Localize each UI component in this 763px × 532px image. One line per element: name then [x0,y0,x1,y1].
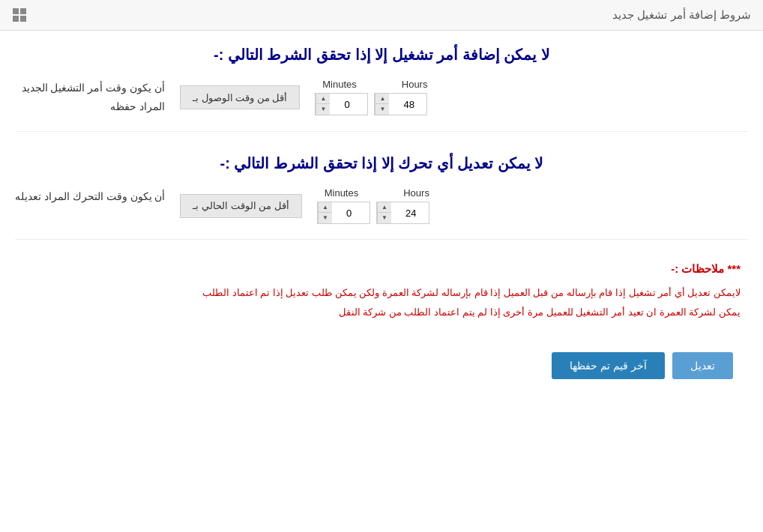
section2-minutes-up-button[interactable]: ▲ [319,202,332,213]
notes-line2: يمكن لشركة العمرة ان تعيد أمر التشغيل لل… [22,303,741,322]
section2-row: Minutes Hours ▲ ▼ [15,187,748,224]
section1-hours-up-button[interactable]: ▲ [376,94,389,104]
section1-row: Minutes Hours ▲ ▼ [15,79,748,116]
section1-hours-down-button[interactable]: ▼ [376,104,389,115]
section1-hours-label: Hours [402,79,428,90]
section2-label-line1: أن يكون وقت التحرك المراد تعديله [15,190,165,202]
section1: لا يمكن إضافة أمر تشغيل إلا إذا تحقق الش… [15,46,748,132]
svg-rect-2 [13,16,19,22]
edit-button[interactable]: تعديل [672,352,733,379]
section1-minutes-label: Minutes [322,79,357,90]
section1-hours-spinner[interactable]: ▲ ▼ [374,93,427,115]
section2-minutes-spinner[interactable]: ▲ ▼ [317,202,370,224]
section2-hours-spinner[interactable]: ▲ ▼ [376,202,429,224]
page-wrapper: شروط إضافة أمر تشغيل جديد لا يمكن إضافة … [0,0,763,532]
section1-minutes-input[interactable] [330,94,367,115]
svg-rect-3 [20,16,26,22]
section1-hm-block: Minutes Hours ▲ ▼ [315,79,427,115]
section1-minutes-down-button[interactable]: ▼ [316,104,330,115]
section2-hours-up-button[interactable]: ▲ [378,202,391,213]
page-header: شروط إضافة أمر تشغيل جديد [0,0,763,31]
section1-label: أن يكون وقت أمر التشغيل الجديد المراد حف… [15,79,165,116]
section2-hours-input[interactable] [391,202,429,223]
section1-hm-inputs: ▲ ▼ ▲ ▼ [315,93,427,115]
section2-title: لا يمكن تعديل أي تحرك إلا إذا تحقق الشرط… [15,154,748,172]
main-content: لا يمكن إضافة أمر تشغيل إلا إذا تحقق الش… [0,31,763,409]
section2-minutes-input[interactable] [332,202,370,223]
section1-condition-button[interactable]: أقل من وقت الوصول بـ [180,85,300,109]
section1-hm-labels: Minutes Hours [322,79,427,90]
section1-minutes-spinner[interactable]: ▲ ▼ [315,93,368,115]
grid-icon[interactable] [12,7,27,22]
footer-buttons: تعديل آخر قيم تم حفظها [15,337,748,394]
svg-rect-0 [13,8,19,14]
section2-label: أن يكون وقت التحرك المراد تعديله [15,187,165,206]
section1-label-line1: أن يكون وقت أمر التشغيل الجديد [22,82,165,94]
grid-icon-svg [12,7,27,22]
notes-section: *** ملاحظات :- لايمكن تعديل أي أمر تشغيل… [15,262,748,322]
svg-rect-1 [20,8,26,14]
section1-minutes-up-button[interactable]: ▲ [316,94,330,104]
page-inner[interactable]: شروط إضافة أمر تشغيل جديد لا يمكن إضافة … [0,0,763,532]
section2-hours-label: Hours [403,187,429,199]
section2-hours-spinner-buttons: ▲ ▼ [377,202,391,223]
save-button[interactable]: آخر قيم تم حفظها [552,352,665,379]
section2-hm-inputs: ▲ ▼ ▲ ▼ [317,202,429,224]
section2-minutes-down-button[interactable]: ▼ [319,213,332,223]
section2-minutes-label: Minutes [325,187,359,199]
notes-title: *** ملاحظات :- [22,262,741,276]
section2: لا يمكن تعديل أي تحرك إلا إذا تحقق الشرط… [15,154,748,240]
header-title: شروط إضافة أمر تشغيل جديد [612,8,751,22]
section2-hours-down-button[interactable]: ▼ [378,213,391,223]
section1-minutes-spinner-buttons: ▲ ▼ [316,94,330,115]
section1-label-line2: المراد حفظه [110,100,165,112]
section2-hm-labels: Minutes Hours [325,187,429,199]
section1-hours-spinner-buttons: ▲ ▼ [375,94,389,115]
section1-title: لا يمكن إضافة أمر تشغيل إلا إذا تحقق الش… [15,46,748,64]
section2-condition-button[interactable]: أقل من الوقت الحالي بـ [180,194,301,218]
section2-minutes-spinner-buttons: ▲ ▼ [318,202,332,223]
notes-line1: لايمكن تعديل أي أمر تشغيل إذا قام بإرسال… [22,283,741,303]
section1-hours-input[interactable] [389,94,426,115]
section2-hm-block: Minutes Hours ▲ ▼ [317,187,429,224]
